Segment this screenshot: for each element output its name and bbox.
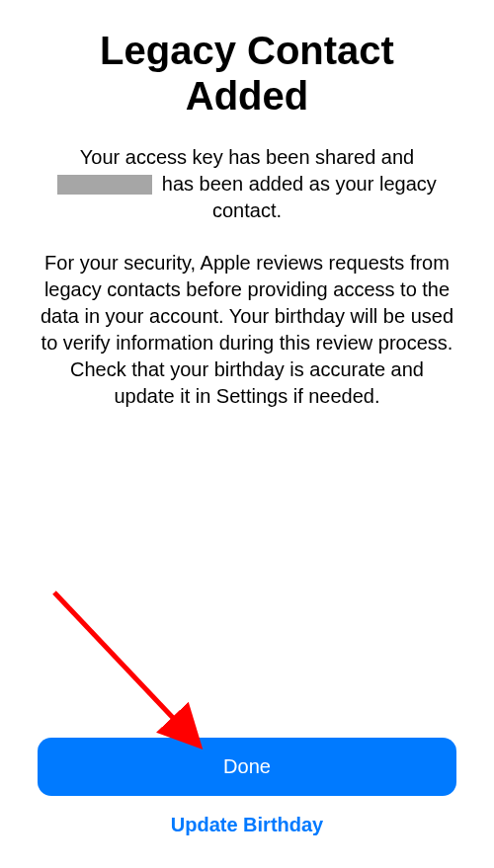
security-info-text: For your security, Apple reviews request… xyxy=(38,250,456,410)
confirmation-text-part1: Your access key has been shared and xyxy=(80,146,414,168)
confirmation-text: Your access key has been shared and has … xyxy=(38,144,456,224)
page-title: Legacy Contact Added xyxy=(38,28,456,118)
done-button[interactable]: Done xyxy=(38,738,456,796)
redacted-name xyxy=(57,175,152,195)
confirmation-text-part2: has been added as your legacy contact. xyxy=(156,173,437,221)
update-birthday-button[interactable]: Update Birthday xyxy=(38,796,456,840)
